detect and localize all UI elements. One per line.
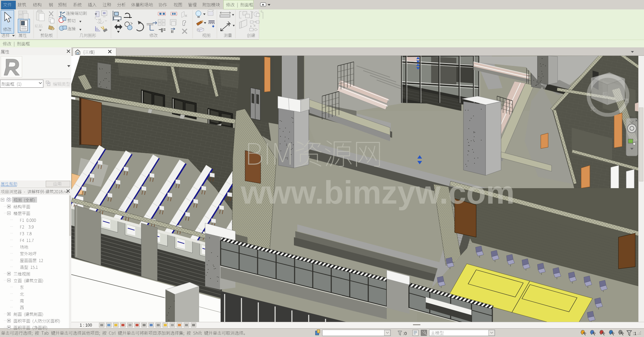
svg-text:1 : 100: 1 : 100 xyxy=(80,323,92,328)
svg-text::1: :1 xyxy=(633,331,637,336)
svg-text::0: :0 xyxy=(403,331,407,336)
